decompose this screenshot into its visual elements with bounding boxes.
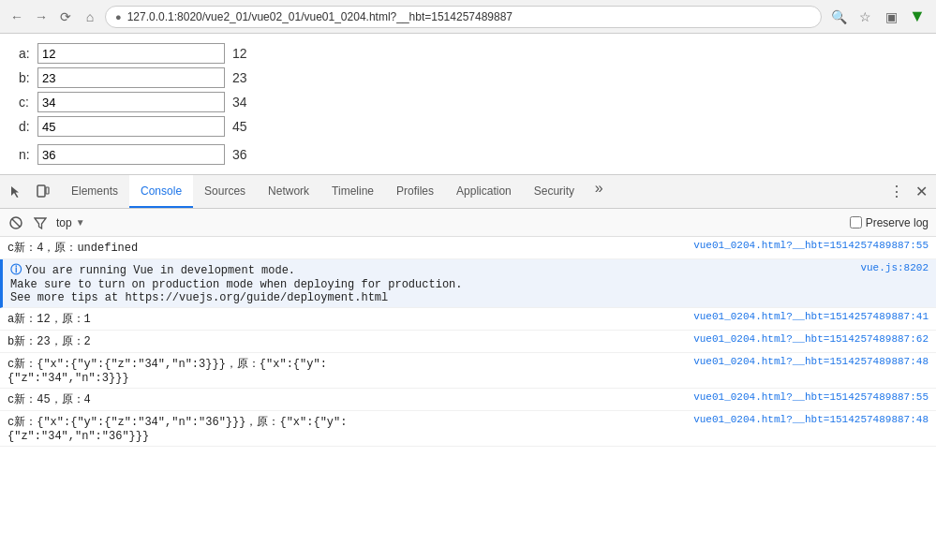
- address-bar[interactable]: ● 127.0.0.1:8020/vue2_01/vue02_01/vue01_…: [105, 6, 822, 28]
- console-message-2: ⓘYou are running Vue in development mode…: [0, 259, 936, 308]
- filter-icon: [34, 216, 47, 229]
- main-content: a: 12 b: 23 c: 34 d: 45 n: 36: [0, 34, 936, 174]
- value-n: 36: [232, 147, 247, 162]
- field-b-row: b: 23: [19, 67, 917, 88]
- home-button[interactable]: ⌂: [81, 7, 99, 26]
- console-message-6: c新：45，原：4 vue01_0204.html?__hbt=15142574…: [0, 389, 936, 411]
- console-msg-text-4: b新：23，原：2: [7, 333, 693, 349]
- console-msg-text-3: a新：12，原：1: [7, 311, 693, 327]
- console-msg-text-2: ⓘYou are running Vue in development mode…: [10, 262, 860, 304]
- cursor-icon: [9, 184, 24, 199]
- value-a: 12: [232, 46, 247, 61]
- device-toolbar-button[interactable]: [30, 179, 56, 205]
- tab-profiles[interactable]: Profiles: [385, 175, 445, 208]
- input-b[interactable]: [37, 67, 225, 88]
- field-c-row: c: 34: [19, 92, 917, 112]
- tab-console[interactable]: Console: [129, 175, 193, 208]
- console-context-select[interactable]: top ▼: [56, 216, 85, 229]
- console-msg-text-7: c新：{"x":{"y":{"z":"34","n":"36"}}}，原：{"x…: [7, 414, 693, 443]
- label-n: n:: [19, 147, 37, 162]
- bookmark-button[interactable]: ☆: [854, 6, 876, 28]
- label-c: c:: [19, 95, 37, 110]
- console-msg-link-6[interactable]: vue01_0204.html?__hbt=1514257489887:55: [693, 391, 929, 403]
- label-d: d:: [19, 119, 37, 134]
- label-b: b:: [19, 70, 37, 85]
- console-clear-button[interactable]: [7, 214, 24, 231]
- console-filter-button[interactable]: [32, 214, 49, 231]
- value-b: 23: [232, 70, 247, 85]
- search-button[interactable]: 🔍: [827, 6, 850, 28]
- menu-button[interactable]: ▼: [906, 6, 929, 28]
- console-output: c新：4，原：undefined vue01_0204.html?__hbt=1…: [0, 237, 936, 560]
- reload-button[interactable]: ⟳: [56, 7, 75, 26]
- clear-icon: [8, 215, 23, 230]
- tab-sources[interactable]: Sources: [193, 175, 257, 208]
- console-msg-link-1[interactable]: vue01_0204.html?__hbt=1514257489887:55: [693, 240, 929, 251]
- devtools-menu-button[interactable]: ⋮: [885, 181, 908, 203]
- more-tabs-button[interactable]: »: [586, 175, 612, 201]
- console-message-5: c新：{"x":{"y":{"z":"34","n":3}}}，原：{"x":{…: [0, 353, 936, 389]
- input-n[interactable]: [37, 144, 225, 165]
- forward-button[interactable]: →: [32, 7, 51, 26]
- console-msg-text-5: c新：{"x":{"y":{"z":"34","n":3}}}，原：{"x":{…: [7, 356, 693, 385]
- page-area: a: 12 b: 23 c: 34 d: 45 n: 36: [0, 34, 936, 560]
- console-toolbar: top ▼ Preserve log: [0, 209, 936, 237]
- console-message-4: b新：23，原：2 vue01_0204.html?__hbt=15142574…: [0, 331, 936, 353]
- field-a-row: a: 12: [19, 43, 917, 64]
- svg-marker-4: [35, 218, 46, 228]
- input-d[interactable]: [37, 116, 225, 137]
- tab-application[interactable]: Application: [445, 175, 523, 208]
- value-d: 45: [232, 119, 247, 134]
- preserve-log-label: Preserve log: [866, 216, 929, 229]
- field-n-row: n: 36: [19, 144, 917, 165]
- screenshot-button[interactable]: ▣: [880, 6, 902, 28]
- input-a[interactable]: [37, 43, 225, 64]
- preserve-log-control: Preserve log: [850, 216, 929, 229]
- context-dropdown-arrow: ▼: [76, 217, 85, 228]
- devtools-panel: Elements Console Sources Network Timelin…: [0, 174, 936, 560]
- value-c: 34: [232, 95, 247, 110]
- lock-icon: ●: [115, 11, 122, 22]
- console-msg-link-5[interactable]: vue01_0204.html?__hbt=1514257489887:48: [693, 356, 929, 367]
- devtools-tabs: Elements Console Sources Network Timelin…: [60, 175, 885, 208]
- label-a: a:: [19, 46, 37, 61]
- url-text: 127.0.0.1:8020/vue2_01/vue02_01/vue01_02…: [127, 10, 513, 23]
- back-button[interactable]: ←: [7, 7, 26, 26]
- tab-timeline[interactable]: Timeline: [320, 175, 385, 208]
- tab-network[interactable]: Network: [257, 175, 320, 208]
- device-icon: [36, 184, 51, 199]
- svg-rect-0: [37, 185, 45, 197]
- context-label: top: [56, 216, 72, 229]
- console-msg-link-2[interactable]: vue.js:8202: [860, 262, 929, 273]
- info-icon: ⓘ: [10, 264, 22, 277]
- input-c[interactable]: [37, 92, 225, 112]
- console-message-3: a新：12，原：1 vue01_0204.html?__hbt=15142574…: [0, 308, 936, 331]
- console-msg-text-1: c新：4，原：undefined: [7, 240, 693, 256]
- field-d-row: d: 45: [19, 116, 917, 137]
- console-message-1: c新：4，原：undefined vue01_0204.html?__hbt=1…: [0, 237, 936, 259]
- tab-elements[interactable]: Elements: [60, 175, 129, 208]
- select-element-button[interactable]: [4, 179, 30, 205]
- console-msg-text-6: c新：45，原：4: [7, 391, 693, 407]
- devtools-right-actions: ⋮ ✕: [885, 181, 932, 203]
- console-msg-line-1: You are running Vue in development mode.…: [10, 264, 462, 304]
- console-msg-link-4[interactable]: vue01_0204.html?__hbt=1514257489887:62: [693, 333, 929, 345]
- devtools-toolbar: Elements Console Sources Network Timelin…: [0, 175, 936, 209]
- svg-line-3: [12, 219, 20, 227]
- console-msg-link-7[interactable]: vue01_0204.html?__hbt=1514257489887:48: [693, 414, 929, 425]
- preserve-log-checkbox[interactable]: [850, 216, 862, 228]
- console-msg-link-3[interactable]: vue01_0204.html?__hbt=1514257489887:41: [693, 311, 929, 322]
- devtools-close-button[interactable]: ✕: [910, 181, 932, 203]
- tab-security[interactable]: Security: [523, 175, 586, 208]
- console-message-7: c新：{"x":{"y":{"z":"34","n":"36"}}}，原：{"x…: [0, 411, 936, 447]
- browser-actions: 🔍 ☆ ▣ ▼: [827, 6, 929, 28]
- browser-chrome: ← → ⟳ ⌂ ● 127.0.0.1:8020/vue2_01/vue02_0…: [0, 0, 936, 34]
- svg-rect-1: [46, 187, 49, 194]
